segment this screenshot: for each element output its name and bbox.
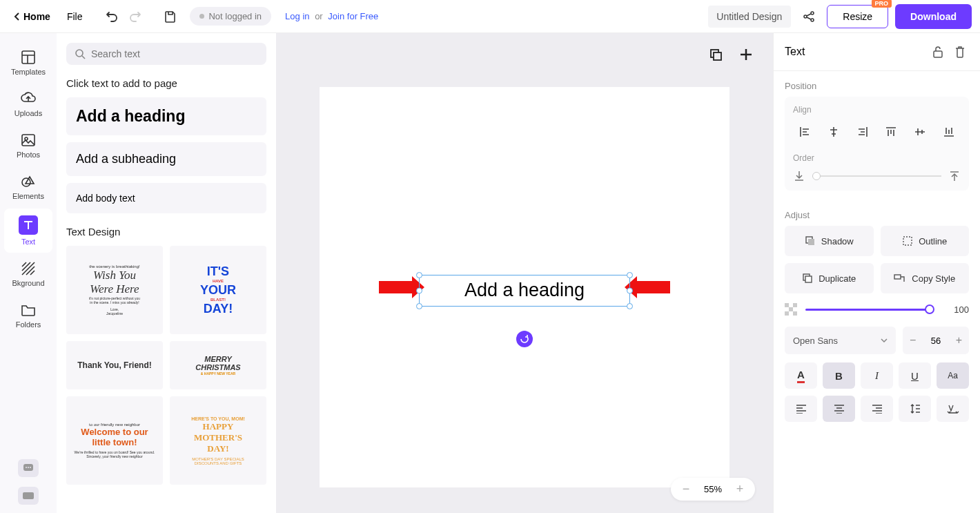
order-slider[interactable]	[812, 175, 941, 177]
save-button[interactable]	[158, 4, 183, 29]
align-vcenter-button[interactable]	[908, 122, 932, 142]
underline-button[interactable]: U	[899, 362, 931, 389]
rail-bkground-label: Bkground	[12, 279, 44, 287]
zoom-out-button[interactable]: −	[680, 482, 692, 496]
svg-rect-11	[23, 492, 34, 499]
or-text: or	[315, 11, 323, 21]
rail-bkground[interactable]: Bkground	[4, 254, 52, 294]
text-design-1[interactable]: the scenery is breathtaking! Wish You We…	[66, 246, 163, 334]
resize-handle-ml[interactable]	[416, 287, 422, 293]
design-title-input[interactable]	[708, 6, 791, 28]
svg-rect-3	[22, 51, 35, 64]
text-case-button[interactable]: Aa	[937, 362, 969, 389]
text-design-5[interactable]: to our friendly new neighbor Welcome to …	[66, 396, 163, 485]
add-body-text-button[interactable]: Add body text	[66, 183, 266, 213]
photos-icon	[21, 133, 36, 148]
add-page-button[interactable]	[737, 46, 755, 64]
templates-icon	[21, 50, 36, 65]
click-to-add-heading: Click text to add to page	[66, 77, 266, 89]
add-subheading-button[interactable]: Add a subheading	[66, 142, 266, 176]
home-button[interactable]: Home	[8, 8, 56, 25]
canvas-area[interactable]: Add a heading − 55% +	[276, 33, 773, 513]
zoom-value: 55%	[704, 484, 722, 494]
text-color-button[interactable]: A	[785, 362, 817, 389]
letter-spacing-button[interactable]	[937, 396, 969, 422]
align-left-button[interactable]	[793, 122, 816, 142]
zoom-in-button[interactable]: +	[734, 482, 745, 496]
outline-button[interactable]: Outline	[881, 226, 970, 256]
selected-text-element[interactable]: Add a heading	[419, 275, 630, 307]
resize-handle-bl[interactable]	[416, 303, 422, 309]
svg-point-10	[30, 467, 31, 468]
svg-rect-22	[785, 303, 789, 307]
align-hcenter-button[interactable]	[822, 122, 845, 142]
artboard[interactable]: Add a heading	[320, 87, 729, 487]
status-dot-icon	[199, 14, 204, 19]
rail-folders-label: Folders	[16, 320, 41, 329]
chat-button[interactable]	[18, 459, 39, 477]
duplicate-button[interactable]: Duplicate	[785, 263, 874, 293]
file-menu[interactable]: File	[60, 8, 90, 25]
font-size-increase[interactable]: +	[956, 334, 962, 347]
rail-templates[interactable]: Templates	[4, 43, 52, 83]
send-back-icon[interactable]	[793, 170, 805, 182]
svg-rect-14	[714, 52, 721, 60]
opacity-value: 100	[939, 304, 969, 315]
text-design-3[interactable]: Thank You, Friend!	[66, 341, 163, 389]
bring-front-icon[interactable]	[948, 170, 961, 182]
copy-style-button[interactable]: Copy Style	[881, 263, 970, 293]
undo-button[interactable]	[99, 4, 124, 29]
align-bottom-button[interactable]	[937, 122, 961, 142]
rotate-handle[interactable]	[516, 331, 533, 347]
svg-rect-23	[789, 307, 793, 311]
rail-photos[interactable]: Photos	[4, 126, 52, 166]
download-button[interactable]: Download	[895, 4, 972, 29]
resize-handle-mr[interactable]	[627, 287, 633, 293]
text-design-4[interactable]: MERRY CHRISTMAS & HAPPY NEW YEAR	[170, 341, 266, 389]
resize-handle-tl[interactable]	[416, 272, 422, 278]
svg-rect-25	[785, 311, 789, 316]
align-right-button[interactable]	[851, 122, 874, 142]
keyboard-button[interactable]	[18, 487, 39, 505]
add-heading-button[interactable]: Add a heading	[66, 97, 266, 135]
shadow-button[interactable]: Shadow	[785, 226, 874, 256]
text-align-left-button[interactable]	[785, 396, 817, 422]
share-button[interactable]	[796, 4, 821, 29]
uploads-icon	[21, 91, 36, 106]
text-icon	[19, 215, 38, 235]
text-panel: Click text to add to page Add a heading …	[57, 33, 276, 513]
inspector-panel: Text Position Align Order Adjust	[773, 33, 980, 513]
search-box[interactable]	[66, 43, 266, 65]
font-size-value: 56	[931, 336, 941, 346]
opacity-slider[interactable]	[805, 309, 930, 311]
join-link[interactable]: Join for Free	[328, 11, 378, 21]
delete-button[interactable]	[951, 43, 969, 61]
rail-elements[interactable]: Elements	[4, 167, 52, 207]
font-size-decrease[interactable]: −	[910, 334, 916, 347]
bold-button[interactable]: B	[823, 362, 855, 389]
rail-folders[interactable]: Folders	[4, 296, 52, 336]
align-top-button[interactable]	[879, 122, 903, 142]
outline-icon	[902, 235, 913, 246]
lock-button[interactable]	[929, 43, 947, 61]
redo-button[interactable]	[124, 4, 148, 29]
font-size-stepper[interactable]: − 56 +	[903, 327, 969, 354]
resize-button[interactable]: Resize PRO	[827, 5, 888, 28]
search-input[interactable]	[91, 48, 258, 59]
text-align-center-button[interactable]	[823, 396, 855, 422]
resize-handle-tr[interactable]	[627, 272, 633, 278]
login-link[interactable]: Log in	[285, 11, 309, 21]
italic-button[interactable]: I	[861, 362, 893, 389]
svg-rect-21	[894, 275, 901, 279]
duplicate-icon	[802, 273, 813, 284]
text-design-6[interactable]: HERE'S TO YOU, MOM! HAPPY MOTHER'S DAY! …	[170, 396, 266, 485]
text-align-right-button[interactable]	[861, 396, 893, 422]
resize-handle-br[interactable]	[627, 303, 633, 309]
home-label: Home	[23, 11, 50, 22]
text-design-2[interactable]: IT'S HAVE YOUR BLAST! DAY!	[170, 246, 266, 334]
duplicate-page-button[interactable]	[707, 46, 725, 64]
rail-uploads[interactable]: Uploads	[4, 84, 52, 124]
rail-text[interactable]: Text	[4, 209, 52, 253]
line-spacing-button[interactable]	[899, 396, 931, 422]
font-family-select[interactable]: Open Sans	[785, 327, 896, 354]
